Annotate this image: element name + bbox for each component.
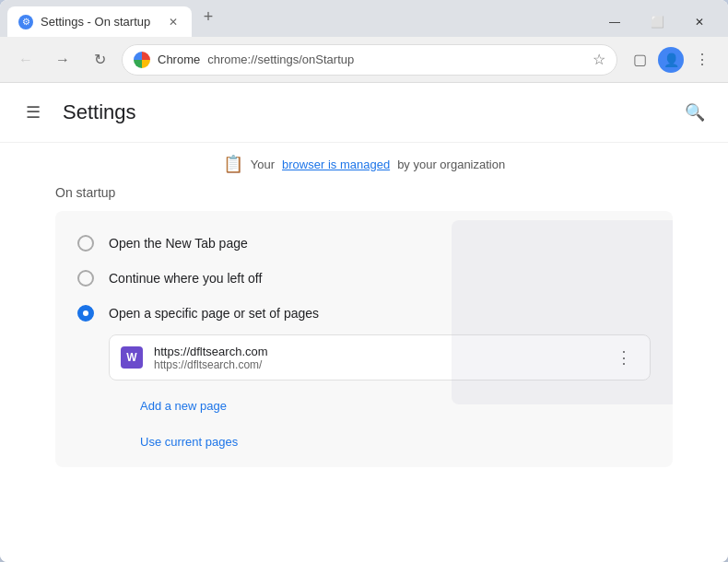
page-menu-button[interactable]: ⋮ — [609, 343, 639, 372]
address-bar[interactable]: Chrome chrome://settings/onStartup ☆ — [122, 44, 617, 76]
menu-icon[interactable]: ⋮ — [687, 45, 717, 75]
forward-button[interactable]: → — [48, 45, 77, 75]
browser-window: Settings - On startup ✕ + — ⬜ ✕ ← → ↻ Ch… — [0, 0, 728, 562]
window-controls: — ⬜ ✕ — [586, 0, 728, 37]
maximize-button[interactable]: ⬜ — [636, 7, 678, 37]
radio-continue[interactable] — [77, 270, 94, 287]
page-url-sub: https://dfltsearch.com/ — [154, 358, 598, 371]
active-tab[interactable]: Settings - On startup ✕ — [7, 6, 192, 37]
settings-title-area: ☰ Settings — [18, 98, 136, 127]
on-startup-section: On startup Open the New Tab page Continu… — [0, 185, 728, 486]
option-open-specific-label: Open a specific page or set of pages — [109, 306, 319, 321]
sidebar-toggle-button[interactable]: ☰ — [18, 98, 48, 127]
chrome-label: Chrome — [158, 53, 200, 66]
profile-icon[interactable]: 👤 — [658, 47, 684, 73]
search-settings-button[interactable]: 🔍 — [680, 98, 710, 127]
option-continue-label: Continue where you left off — [109, 271, 262, 286]
startup-pages: W https://dfltsearch.com https://dfltsea… — [109, 334, 651, 381]
managed-prefix: Your — [251, 158, 275, 171]
page-title: Settings — [63, 100, 136, 124]
minimize-button[interactable]: — — [593, 7, 636, 37]
radio-open-new-tab[interactable] — [77, 235, 94, 252]
new-tab-button[interactable]: + — [195, 4, 221, 29]
chrome-logo — [134, 52, 150, 68]
reload-button[interactable]: ↻ — [85, 45, 114, 75]
option-continue[interactable]: Continue where you left off — [77, 261, 651, 296]
page-info: https://dfltsearch.com https://dfltsearc… — [154, 345, 598, 371]
option-open-new-tab[interactable]: Open the New Tab page — [77, 226, 651, 261]
managed-notice: 📋 Your browser is managed by your organi… — [0, 143, 728, 185]
tab-title: Settings - On startup — [41, 15, 159, 29]
page-favicon: W — [121, 346, 143, 369]
star-icon[interactable]: ☆ — [593, 51, 605, 68]
startup-page-item: W https://dfltsearch.com https://dfltsea… — [109, 334, 651, 381]
option-open-new-tab-label: Open the New Tab page — [109, 236, 248, 251]
tab-close-button[interactable]: ✕ — [166, 15, 181, 29]
managed-suffix: by your organization — [397, 158, 505, 171]
toolbar-icons: ▢ 👤 ⋮ — [625, 45, 717, 75]
radio-open-specific[interactable] — [77, 305, 94, 322]
address-url: chrome://settings/onStartup — [207, 53, 585, 66]
managed-icon: 📋 — [223, 154, 243, 174]
page-content: ☰ Settings 🔍 📋 Your browser is managed b… — [0, 83, 728, 562]
section-label: On startup — [55, 185, 673, 200]
back-button[interactable]: ← — [11, 45, 41, 75]
tab-strip: Settings - On startup ✕ + — [0, 0, 586, 37]
extensions-icon[interactable]: ▢ — [625, 45, 654, 75]
option-open-specific[interactable]: Open a specific page or set of pages — [77, 296, 651, 331]
title-bar: Settings - On startup ✕ + — ⬜ ✕ — [0, 0, 728, 37]
settings-header: ☰ Settings 🔍 — [0, 83, 728, 143]
page-url-main: https://dfltsearch.com — [154, 345, 598, 358]
startup-options-card: Open the New Tab page Continue where you… — [55, 211, 673, 467]
managed-link[interactable]: browser is managed — [282, 158, 390, 171]
close-button[interactable]: ✕ — [678, 7, 721, 37]
use-current-pages-link[interactable]: Use current pages — [140, 431, 238, 452]
add-new-page-link[interactable]: Add a new page — [140, 395, 227, 416]
toolbar: ← → ↻ Chrome chrome://settings/onStartup… — [0, 37, 728, 83]
tab-favicon — [18, 15, 33, 29]
